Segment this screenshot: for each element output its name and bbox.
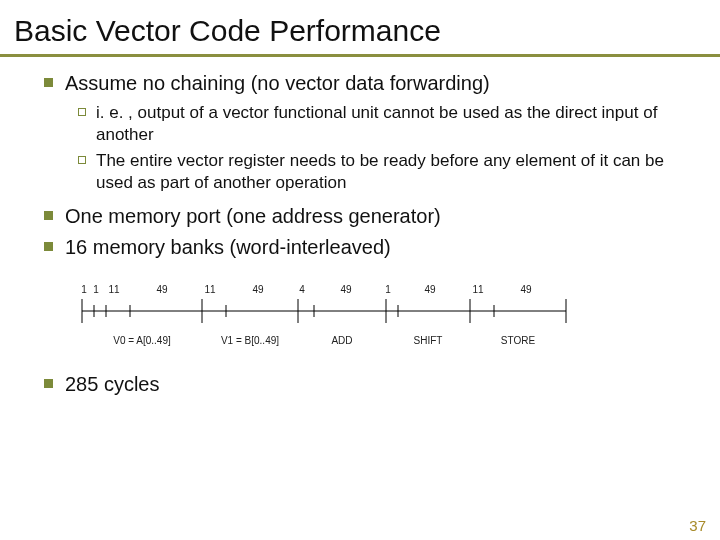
cycle-label: 1 [90,284,102,295]
bullet-cycles: 285 cycles [44,372,684,397]
square-bullet-icon [44,242,53,251]
subbullet-1: i. e. , output of a vector functional un… [78,102,684,146]
cycle-label: 1 [78,284,90,295]
phase-label: V0 = A[0..49] [82,335,202,346]
timeline-axis [78,297,668,325]
cycle-label: 4 [294,284,310,295]
subbullet-text: The entire vector register needs to be r… [96,150,684,194]
bullet-banks: 16 memory banks (word-interleaved) [44,235,684,260]
phase-labels-row: V0 = A[0..49]V1 = B[0..49]ADDSHIFTSTORE [78,335,668,346]
hollow-square-icon [78,156,86,164]
cycle-label: 49 [490,284,562,295]
subbullet-text: i. e. , output of a vector functional un… [96,102,684,146]
phase-label: STORE [470,335,566,346]
bullet-text: One memory port (one address generator) [65,204,441,229]
page-number: 37 [689,517,706,534]
square-bullet-icon [44,211,53,220]
slide-title: Basic Vector Code Performance [0,0,720,54]
cycle-label: 11 [466,284,490,295]
cycle-label: 49 [222,284,294,295]
content-area: Assume no chaining (no vector data forwa… [0,57,720,397]
bullet-text: 285 cycles [65,372,160,397]
square-bullet-icon [44,78,53,87]
cycle-label: 49 [126,284,198,295]
cycle-labels-row: 11114911494491491149 [78,284,668,295]
phase-label: V1 = B[0..49] [202,335,298,346]
cycle-label: 11 [102,284,126,295]
cycle-label: 11 [198,284,222,295]
bullet-text: Assume no chaining (no vector data forwa… [65,71,490,96]
bullet-assume: Assume no chaining (no vector data forwa… [44,71,684,96]
square-bullet-icon [44,379,53,388]
cycle-label: 49 [394,284,466,295]
phase-label: ADD [298,335,386,346]
bullet-memport: One memory port (one address generator) [44,204,684,229]
cycle-label: 1 [382,284,394,295]
subbullet-2: The entire vector register needs to be r… [78,150,684,194]
timeline-diagram: 11114911494491491149 V0 = A[0..49]V1 = B… [78,284,668,346]
hollow-square-icon [78,108,86,116]
cycle-label: 49 [310,284,382,295]
phase-label: SHIFT [386,335,470,346]
bullet-text: 16 memory banks (word-interleaved) [65,235,391,260]
subbullet-group: i. e. , output of a vector functional un… [44,102,684,194]
